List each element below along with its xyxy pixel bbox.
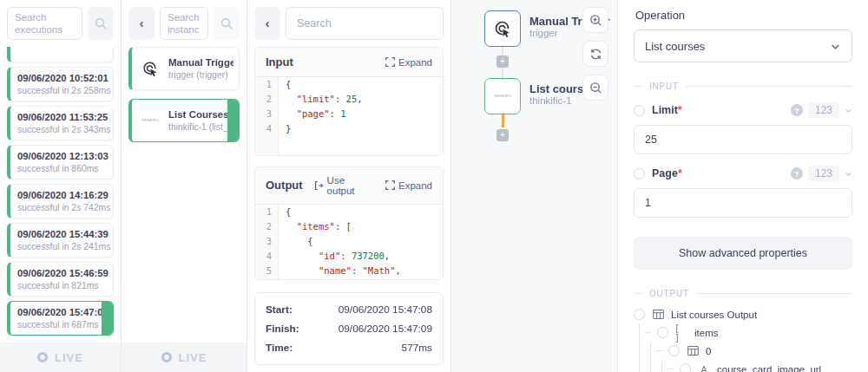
start-value: 09/06/2020 15:47:08 xyxy=(339,300,432,319)
tree-radio[interactable] xyxy=(634,309,645,320)
time-value: 577ms xyxy=(402,338,432,357)
execution-timestamp: 09/06/2020 12:13:03 xyxy=(17,150,106,163)
detail-search-bar: ‹ xyxy=(247,0,450,47)
search-instance-button[interactable] xyxy=(214,7,240,40)
add-step-button[interactable]: + xyxy=(496,129,509,141)
tree-node-course-card-image-url[interactable]: A course_card_image_url xyxy=(667,360,852,372)
output-section-divider: OUTPUT xyxy=(634,289,852,298)
limit-map-radio[interactable] xyxy=(634,105,645,116)
limit-field-row: Limit* ? 123 xyxy=(634,102,852,118)
execution-item[interactable]: successful in 949ms xyxy=(7,47,114,62)
instance-live-toggle[interactable]: LIVE xyxy=(122,343,247,372)
tree-node-index-0[interactable]: 0 xyxy=(656,342,852,360)
input-expand-button[interactable]: Expand xyxy=(385,57,432,68)
instance-search-bar: ‹ xyxy=(122,0,247,47)
execution-item[interactable]: 09/06/2020 11:53:25 successful in 2s 343… xyxy=(7,106,114,140)
limit-type-badge[interactable]: 123 xyxy=(808,102,839,118)
output-code-editor[interactable]: 1{2 "items": [3 {4 "id": 737200,5 "name"… xyxy=(255,204,443,280)
required-mark: * xyxy=(678,104,682,116)
detail-search-input[interactable] xyxy=(286,7,444,40)
thinkific-logo: THINKIFIC xyxy=(137,118,163,123)
zoom-in-button[interactable] xyxy=(582,7,608,33)
step-title: List Courses xyxy=(168,108,233,121)
execution-item[interactable]: 09/06/2020 15:46:59 successful in 821ms xyxy=(7,262,114,297)
finish-label: Finish: xyxy=(266,319,299,338)
execution-timestamp: 09/06/2020 14:16:29 xyxy=(17,189,106,202)
execution-item-selected[interactable]: 09/06/2020 15:47:08 successful in 687ms xyxy=(7,301,114,336)
table-icon xyxy=(686,346,700,356)
zoom-out-button[interactable] xyxy=(582,75,608,101)
instance-steps-list: Manual Trigger trigger (trigger) THINKIF… xyxy=(122,47,247,343)
input-code-editor[interactable]: 1{2 "limit": 25,3 "page": 14} xyxy=(255,76,443,156)
step-item-manual-trigger[interactable]: Manual Trigger trigger (trigger) xyxy=(128,47,240,90)
tree-radio[interactable] xyxy=(657,327,668,338)
step-detail-column: ‹ Input Expand 1{2 "limit": 25,3 "page":… xyxy=(247,0,451,372)
executions-column: successful in 949ms 09/06/2020 10:52:01 … xyxy=(0,0,122,372)
search-executions-button[interactable] xyxy=(88,7,114,40)
page-type-badge[interactable]: 123 xyxy=(808,166,839,181)
use-output-icon xyxy=(313,180,324,191)
tree-node-items[interactable]: [ ] items xyxy=(645,323,852,342)
operation-label: Operation xyxy=(635,9,852,22)
show-advanced-properties-button[interactable]: Show advanced properties xyxy=(634,237,852,270)
table-icon xyxy=(651,310,665,319)
operation-select[interactable]: List courses xyxy=(634,29,852,62)
execution-status: successful in 2s 742ms xyxy=(17,202,106,214)
page-field-label: Page* xyxy=(652,167,682,179)
execution-status: successful in 2s 241ms xyxy=(17,241,106,253)
output-tree: List courses Output [ ] items 0 xyxy=(634,305,852,372)
manual-trigger-icon xyxy=(137,59,163,78)
step-item-list-courses[interactable]: THINKIFIC List Courses thinkific-1 (list… xyxy=(128,99,240,142)
limit-input[interactable] xyxy=(634,125,852,154)
execution-status: successful in 821ms xyxy=(17,280,106,292)
execution-item[interactable]: 09/06/2020 10:52:01 successful in 2s 258… xyxy=(7,67,114,101)
required-mark: * xyxy=(678,167,682,179)
execution-item[interactable]: 09/06/2020 15:44:39 successful in 2s 241… xyxy=(7,223,114,258)
zoom-out-icon xyxy=(589,82,602,95)
help-icon[interactable]: ? xyxy=(791,167,803,179)
input-panel: Input Expand 1{2 "limit": 25,3 "page": 1… xyxy=(254,47,444,156)
page-input[interactable] xyxy=(634,188,852,218)
page-field-row: Page* ? 123 xyxy=(634,166,852,181)
chevron-left-icon: ‹ xyxy=(266,16,270,30)
workflow-canvas[interactable]: Manual Trigger trigger + THINKIFIC List … xyxy=(451,0,618,372)
tree-radio[interactable] xyxy=(680,363,691,372)
execution-timestamp: 09/06/2020 15:46:59 xyxy=(17,267,106,280)
execution-item[interactable]: 09/06/2020 14:16:29 successful in 2s 742… xyxy=(7,184,114,219)
zoom-in-icon xyxy=(589,14,602,27)
output-expand-button[interactable]: Expand xyxy=(385,180,432,191)
execution-summary: Start: 09/06/2020 15:47:08 Finish: 09/06… xyxy=(254,292,444,365)
tree-label: items xyxy=(694,328,718,338)
step-subtitle: thinkific-1 (list_cour... xyxy=(168,121,233,133)
page-map-radio[interactable] xyxy=(634,168,645,179)
connector-line-active xyxy=(502,114,504,127)
chevron-down-icon[interactable] xyxy=(845,107,852,114)
expand-icon xyxy=(385,57,395,67)
list-courses-node[interactable]: THINKIFIC xyxy=(484,78,521,114)
back-button[interactable]: ‹ xyxy=(128,7,155,40)
help-icon[interactable]: ? xyxy=(791,104,803,116)
executions-live-toggle[interactable]: LIVE xyxy=(0,343,121,372)
manual-trigger-node[interactable] xyxy=(484,10,521,47)
back-button[interactable]: ‹ xyxy=(254,7,280,40)
chevron-down-icon[interactable] xyxy=(845,170,852,178)
expand-icon xyxy=(385,180,395,190)
add-step-button[interactable]: + xyxy=(496,55,509,68)
time-label: Time: xyxy=(266,338,293,357)
execution-item[interactable]: 09/06/2020 12:13:03 successful in 860ms xyxy=(7,145,114,179)
tree-node-root[interactable]: List courses Output xyxy=(634,305,852,323)
properties-panel: Operation List courses INPUT Limit* ? 12… xyxy=(618,0,868,372)
array-icon: [ ] xyxy=(674,323,688,343)
use-output-button[interactable]: Use output xyxy=(313,175,375,196)
search-executions-input[interactable] xyxy=(7,7,82,40)
refresh-button[interactable] xyxy=(582,41,608,67)
search-instance-input[interactable] xyxy=(160,7,208,40)
output-panel-title: Output xyxy=(266,179,303,192)
tree-radio[interactable] xyxy=(668,345,680,356)
plus-icon: + xyxy=(500,129,505,140)
execution-status: successful in 687ms xyxy=(17,319,106,331)
start-label: Start: xyxy=(266,300,293,319)
live-indicator-icon xyxy=(37,352,48,362)
workflow-debugger-app: successful in 949ms 09/06/2020 10:52:01 … xyxy=(0,0,868,372)
operation-value: List courses xyxy=(645,40,830,53)
